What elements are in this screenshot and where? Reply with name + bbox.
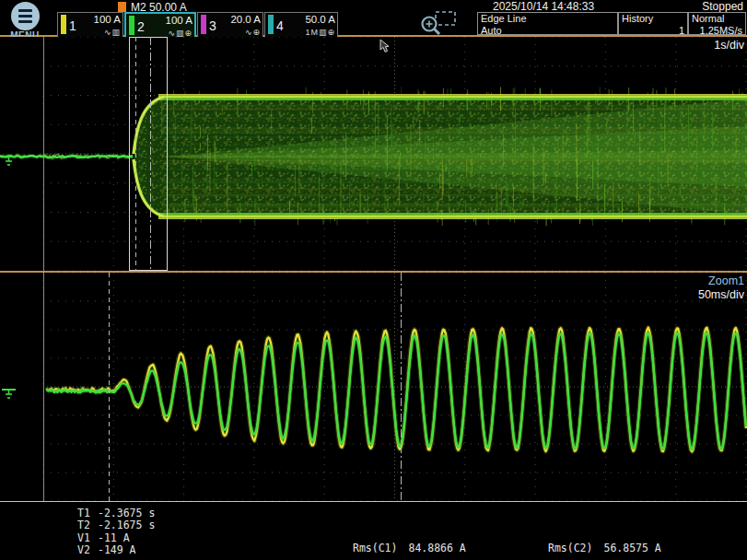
channel-scale: 100 A xyxy=(146,15,193,26)
channel-3-box[interactable]: 320.0 A∿⊕ xyxy=(197,12,263,39)
acquisition-mode: Normal xyxy=(692,13,742,25)
readout-bar: T1-2.3675 sT2-2.1675 sV1-11 AV2-149 A Rm… xyxy=(0,502,747,560)
datetime-label: 2025/10/14 14:48:33 xyxy=(493,0,594,13)
acquisition-mode-box[interactable]: Normal 1.25MS/s xyxy=(688,12,746,35)
oscilloscope-screen: MENU M2 50.00 A 1100 A∿▥2100 A∿▥⊕320.0 A… xyxy=(0,0,747,560)
channel-1-box[interactable]: 1100 A∿▥ xyxy=(57,12,123,39)
mouse-pointer-icon xyxy=(380,40,389,52)
trigger-settings-box[interactable]: Edge Line Auto xyxy=(477,12,618,35)
zoom-tool-icon[interactable] xyxy=(416,10,459,38)
channel-3-color-bar xyxy=(201,15,206,34)
main-waveform-canvas xyxy=(0,37,747,271)
cursor-readout-t2: T2-2.1675 s xyxy=(77,519,155,531)
zoom-waveform-area[interactable]: Zoom1 50ms/div xyxy=(0,273,747,502)
channel-scale: 100 A xyxy=(78,14,121,25)
channel-number: 3 xyxy=(209,18,216,33)
cursor-readout-v2: V2-149 A xyxy=(77,544,155,556)
trigger-mode: Auto xyxy=(481,25,614,37)
history-label: History xyxy=(622,13,684,25)
probe-icon: ⊕ xyxy=(327,28,335,37)
menu-button[interactable]: MENU xyxy=(4,2,46,41)
top-bar: MENU M2 50.00 A 1100 A∿▥2100 A∿▥⊕320.0 A… xyxy=(0,0,747,37)
acquisition-status: Stopped xyxy=(702,0,743,13)
menu-icon xyxy=(11,2,40,30)
measurement-2: Rms(C2)56.8575 A xyxy=(548,542,661,554)
channel-2-color-bar xyxy=(129,16,134,35)
probe-icon: ⊕ xyxy=(252,28,261,37)
channel-number: 1 xyxy=(69,18,76,33)
trigger-type: Edge Line xyxy=(481,13,614,25)
channel-scale: 20.0 A xyxy=(218,14,261,25)
history-value: 1 xyxy=(622,25,684,37)
math2-color-swatch xyxy=(118,2,126,12)
cursor-readouts: T1-2.3675 sT2-2.1675 sV1-11 AV2-149 A xyxy=(77,508,155,557)
channel-4-box[interactable]: 450.0 A1M▥⊕ xyxy=(264,12,338,39)
history-box[interactable]: History 1 xyxy=(618,12,688,35)
main-timebase-label: 1s/div xyxy=(714,39,744,52)
ground-marker xyxy=(2,390,16,398)
sample-rate: 1.25MS/s xyxy=(692,25,742,37)
channel-1-color-bar xyxy=(61,15,66,34)
channel-number: 4 xyxy=(276,18,284,33)
main-waveform-area[interactable]: 1s/div xyxy=(0,37,747,273)
zoom-waveform-canvas xyxy=(0,273,747,501)
impedance-1m-icon: 1M xyxy=(305,28,319,37)
measurement-1: Rms(C1)84.8866 A xyxy=(353,542,466,554)
zoom-label: Zoom1 xyxy=(698,274,744,288)
channel-scale: 50.0 A xyxy=(286,14,335,25)
channel-4-color-bar xyxy=(268,15,274,34)
filter-icon: ▥ xyxy=(111,28,121,37)
cursor-readout-v1: V1-11 A xyxy=(77,532,155,544)
channel-number: 2 xyxy=(137,19,145,34)
zoom-timebase-label: 50ms/div xyxy=(698,288,744,302)
cursor-readout-t1: T1-2.3675 s xyxy=(77,508,155,519)
